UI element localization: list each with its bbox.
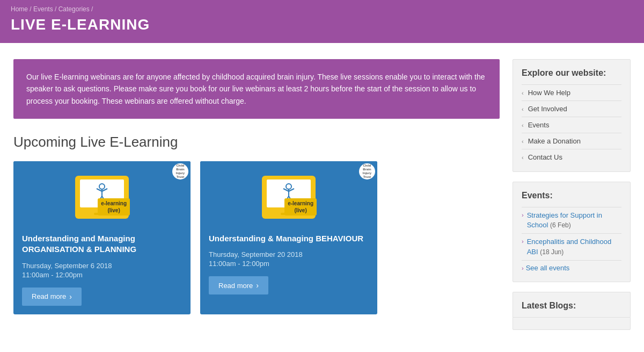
elearn-badge-2: e-learning (live) [284, 198, 317, 215]
logo-badge-2: ChildBrainInjuryTrust [359, 163, 375, 179]
explore-section: Explore our website: ‹ How We Help ‹ Get… [513, 59, 631, 172]
card-title-2: Understanding & Managing BEHAVIOUR [209, 233, 369, 244]
card-image-2: e-learning (live) ChildBrainInjuryTrust [200, 161, 377, 226]
separator [0, 43, 644, 48]
elearn-badge-1: e-learning (live) [98, 198, 130, 215]
cards-row: e-learning (live) ChildBrainInjuryTrust … [13, 161, 500, 314]
upcoming-heading: Upcoming Live E-Learning [13, 134, 500, 150]
read-more-btn-1[interactable]: Read more › [22, 288, 82, 306]
event-item-2[interactable]: › Encephalitis and Childhood ABI (18 Jun… [522, 233, 621, 260]
sidebar-item-events[interactable]: ‹ Events [522, 117, 621, 133]
svg-point-0 [99, 184, 105, 189]
read-more-label-1: Read more [32, 292, 66, 300]
latest-blogs-content [513, 317, 631, 330]
latest-blogs-title: Latest Blogs: [513, 292, 631, 317]
page-header: Home / Events / Categories / LIVE E-LEAR… [0, 0, 644, 43]
intro-box: Our live E-learning webinars are for any… [13, 59, 500, 119]
event-item-1[interactable]: › Strategies for Support in School (6 Fe… [522, 207, 621, 233]
logo-badge-1: ChildBrainInjuryTrust [172, 163, 188, 179]
arrow-icon-2: › [256, 281, 259, 290]
events-section: Events: › Strategies for Support in Scho… [513, 182, 631, 282]
chevron-purple-icon-2: › [522, 238, 524, 245]
read-more-label-2: Read more [218, 282, 253, 290]
chevron-icon: ‹ [522, 90, 524, 96]
explore-title: Explore our website: [522, 68, 621, 78]
chevron-icon: ‹ [522, 122, 524, 128]
page-title: LIVE E-LEARNING [11, 16, 633, 33]
event-date-1: (6 Feb) [550, 221, 571, 229]
see-all-label: See all events [526, 264, 570, 272]
sidebar-item-get-involved[interactable]: ‹ Get Involved [522, 100, 621, 117]
card-body-2: Understanding & Managing BEHAVIOUR Thurs… [200, 226, 377, 303]
nav-label-3: Events [528, 121, 550, 129]
sidebar-item-contact[interactable]: ‹ Contact Us [522, 149, 621, 165]
chevron-icon: ‹ [522, 106, 524, 112]
chevron-purple-icon-3: › [522, 265, 524, 271]
arrow-icon-1: › [69, 292, 72, 301]
event-card-2: e-learning (live) ChildBrainInjuryTrust … [200, 161, 377, 314]
events-section-title: Events: [522, 191, 621, 200]
intro-text: Our live E-learning webinars are for any… [26, 71, 487, 107]
nav-label-1: How We Help [528, 89, 570, 97]
card-time-2: 11:00am - 12:00pm [209, 260, 369, 268]
nav-label-2: Get Involved [528, 105, 567, 113]
breadcrumb: Home / Events / Categories / [11, 5, 633, 13]
card-date-2: Thursday, September 20 2018 [209, 250, 369, 258]
chevron-purple-icon-1: › [522, 212, 524, 218]
sidebar-item-how-we-help[interactable]: ‹ How We Help [522, 84, 621, 100]
card-image-1: e-learning (live) ChildBrainInjuryTrust [13, 161, 191, 226]
event-item-2-content: Encephalitis and Childhood ABI (18 Jun) [527, 237, 621, 256]
card-title-1: Understanding and Managing ORGANISATION … [22, 233, 182, 255]
nav-label-4: Make a Donation [528, 137, 581, 145]
sidebar-item-donation[interactable]: ‹ Make a Donation [522, 133, 621, 149]
card-date-1: Thursday, September 6 2018 [22, 262, 182, 270]
chevron-icon: ‹ [522, 154, 524, 161]
read-more-btn-2[interactable]: Read more › [209, 276, 268, 294]
content-area: Our live E-learning webinars are for any… [13, 59, 500, 330]
chevron-icon: ‹ [522, 138, 524, 145]
event-date-2: (18 Jun) [540, 248, 564, 256]
event-item-1-content: Strategies for Support in School (6 Feb) [527, 211, 621, 230]
monitor-2: e-learning (live) [262, 176, 316, 219]
main-container: Our live E-learning webinars are for any… [5, 48, 639, 341]
see-all-events-link[interactable]: › See all events [522, 260, 621, 275]
nav-label-5: Contact Us [528, 153, 562, 161]
card-time-1: 11:00am - 12:00pm [22, 271, 182, 279]
latest-blogs-section: Latest Blogs: [513, 292, 631, 330]
svg-point-6 [286, 184, 291, 189]
monitor-1: e-learning (live) [75, 176, 129, 219]
event-card-1: e-learning (live) ChildBrainInjuryTrust … [13, 161, 191, 314]
card-body-1: Understanding and Managing ORGANISATION … [13, 226, 191, 314]
sidebar: Explore our website: ‹ How We Help ‹ Get… [513, 59, 631, 330]
